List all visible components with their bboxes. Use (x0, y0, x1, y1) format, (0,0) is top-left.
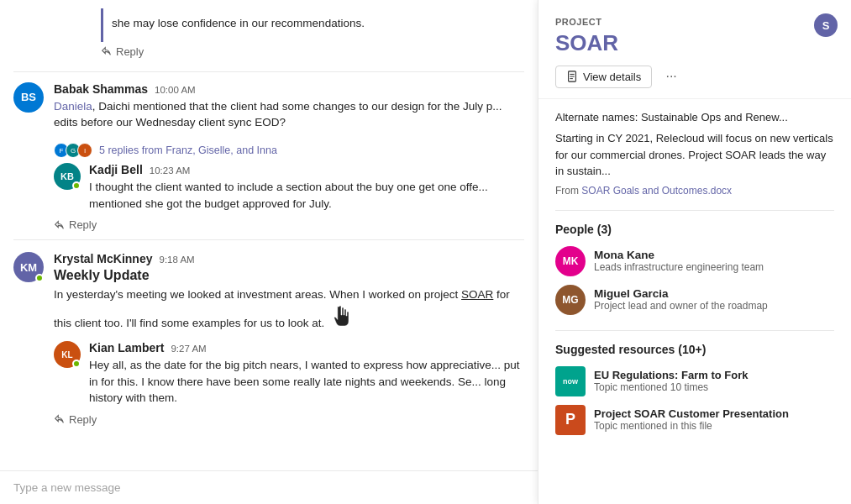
reply-label-1: Reply (69, 218, 97, 231)
msg-content-krystal: Krystal McKinney 9:18 AM Weekly Update I… (54, 252, 524, 331)
msg-header-krystal: Krystal McKinney 9:18 AM (54, 252, 524, 265)
avatar-babak: BS (13, 82, 44, 113)
view-details-button[interactable]: View details (555, 66, 652, 88)
msg-header-kian: Kian Lambert 9:27 AM (89, 341, 524, 354)
avatar-kian-wrapper: KL (54, 341, 81, 368)
project-actions: View details ··· (555, 65, 834, 88)
project-label: PROJECT (555, 17, 834, 27)
person-item-mona: MK Mona Kane Leads infrastructure engine… (555, 246, 834, 276)
msg-header-kadji: Kadji Bell 10:23 AM (89, 163, 524, 176)
person-role-miguel: Project lead and owner of the roadmap (594, 300, 768, 312)
nested-reply-kadji: KB Kadji Bell 10:23 AM I thought the cli… (54, 163, 524, 212)
project-description: Starting in CY 2021, Relecloud will focu… (555, 130, 834, 180)
reply-button-msg2[interactable]: Reply (54, 413, 524, 426)
msg-time-kian: 9:27 AM (171, 344, 206, 354)
partial-message: she may lose confidence in our recommend… (101, 8, 524, 42)
more-options-button[interactable]: ··· (659, 65, 684, 88)
msg-title-krystal: Weekly Update (54, 268, 524, 283)
resource-info-ppt: Project SOAR Customer Presentation Topic… (594, 407, 789, 432)
reply-icon (101, 45, 113, 57)
chat-scroll: she may lose confidence in our recommend… (0, 0, 538, 470)
resource-meta-ppt: Topic mentioned in this file (594, 420, 789, 432)
person-name-mona: Mona Kane (594, 249, 764, 261)
separator-2 (13, 239, 524, 240)
msg-author-babak: Babak Shammas (54, 82, 148, 96)
msg-author-kadji: Kadji Bell (89, 163, 143, 176)
soar-link[interactable]: SOAR (461, 288, 493, 301)
message-babak: BS Babak Shammas 10:00 AM Daniela, Daich… (13, 76, 524, 138)
hand-cursor-icon (333, 305, 351, 328)
reply-label-top: Reply (116, 45, 144, 58)
msg-text-krystal: In yesterday's meeting we looked at inve… (54, 286, 524, 331)
reply-avatar-3: I (77, 143, 92, 158)
msg-time-babak: 10:00 AM (155, 85, 196, 95)
msg-text-kadji: I thought the client wanted to include a… (89, 179, 524, 212)
project-panel: S PROJECT SOAR View details ··· Alternat… (538, 0, 851, 504)
online-dot-kian (72, 360, 81, 368)
msg-content-babak: Babak Shammas 10:00 AM Daniela, Daichi m… (54, 82, 524, 131)
online-dot-kadji (72, 181, 81, 190)
avatar-krystal-wrapper: KM (13, 252, 44, 282)
project-body: Alternate names: Sustainable Ops and Ren… (538, 99, 851, 447)
replies-avatars: F G I (54, 143, 94, 158)
msg-content-kadji: Kadji Bell 10:23 AM I thought the client… (89, 163, 524, 212)
avatar-kadji-wrapper: KB (54, 163, 81, 190)
msg-author-kian: Kian Lambert (89, 341, 164, 354)
resource-list: now EU Regulations: Farm to Fork Topic m… (555, 366, 834, 435)
msg-text-kian: Hey all, as the date for the big pitch n… (89, 357, 524, 407)
project-source: From SOAR Goals and Outcomes.docx (555, 185, 834, 197)
msg-text-babak: Daniela, Daichi mentioned that the clien… (54, 98, 524, 131)
mention-daniela[interactable]: Daniela (54, 100, 92, 113)
person-role-mona: Leads infrastructure engineering team (594, 261, 764, 273)
person-name-miguel: Miguel Garcia (594, 287, 768, 300)
panel-corner-button[interactable]: S (814, 13, 838, 37)
person-info-miguel: Miguel Garcia Project lead and owner of … (594, 287, 768, 312)
people-section-title: People (3) (555, 223, 834, 236)
resource-name-eu: EU Regulations: Farm to Fork (594, 369, 748, 381)
resource-meta-eu: Topic mentioned 10 times (594, 381, 748, 393)
reply-button-top[interactable]: Reply (101, 45, 524, 58)
project-source-link[interactable]: SOAR Goals and Outcomes.docx (581, 185, 732, 197)
type-message-bar: Type a new message (0, 470, 538, 504)
person-info-mona: Mona Kane Leads infrastructure engineeri… (594, 249, 764, 273)
person-item-miguel: MG Miguel Garcia Project lead and owner … (555, 285, 834, 315)
resource-item-eu: now EU Regulations: Farm to Fork Topic m… (555, 366, 834, 396)
resource-icon-now: now (555, 366, 586, 396)
reply-icon-2 (54, 413, 66, 425)
avatar-babak-wrapper: BS (13, 82, 44, 113)
msg-author-krystal: Krystal McKinney (54, 252, 152, 265)
resource-info-eu: EU Regulations: Farm to Fork Topic menti… (594, 369, 748, 393)
resource-icon-ppt: P (555, 405, 586, 435)
separator-panel-2 (555, 330, 834, 331)
online-dot-krystal (35, 274, 44, 282)
msg-header-babak: Babak Shammas 10:00 AM (54, 82, 524, 96)
separator-1 (13, 71, 524, 72)
document-icon (566, 71, 578, 82)
replies-count-text: 5 replies from Franz, Giselle, and Inna (99, 144, 277, 156)
nested-reply-kian: KL Kian Lambert 9:27 AM Hey all, as the … (54, 341, 524, 407)
msg-time-krystal: 9:18 AM (159, 255, 194, 265)
hand-cursor-indicator (333, 305, 351, 333)
project-alt-names: Alternate names: Sustainable Ops and Ren… (555, 111, 834, 123)
reply-label-2: Reply (69, 413, 97, 426)
separator-panel-1 (555, 210, 834, 211)
reply-icon-1 (54, 219, 66, 231)
resource-item-ppt: P Project SOAR Customer Presentation Top… (555, 405, 834, 435)
partial-message-text: she may lose confidence in our recommend… (112, 17, 365, 29)
avatar-mona: MK (555, 246, 586, 276)
view-details-label: View details (583, 71, 641, 83)
resources-section-title: Suggested resources (10+) (555, 343, 834, 356)
project-title: SOAR (555, 30, 834, 56)
chat-panel: she may lose confidence in our recommend… (0, 0, 538, 504)
people-list: MK Mona Kane Leads infrastructure engine… (555, 246, 834, 315)
msg-content-kian: Kian Lambert 9:27 AM Hey all, as the dat… (89, 341, 524, 407)
type-message-input[interactable]: Type a new message (13, 481, 524, 494)
resource-name-ppt: Project SOAR Customer Presentation (594, 407, 789, 420)
project-header: PROJECT SOAR View details ··· (538, 0, 851, 99)
replies-link-babak[interactable]: F G I 5 replies from Franz, Giselle, and… (54, 143, 524, 158)
avatar-miguel: MG (555, 285, 586, 315)
message-krystal: KM Krystal McKinney 9:18 AM Weekly Updat… (13, 245, 524, 338)
msg-time-kadji: 10:23 AM (150, 165, 191, 176)
reply-button-msg1[interactable]: Reply (54, 218, 524, 231)
